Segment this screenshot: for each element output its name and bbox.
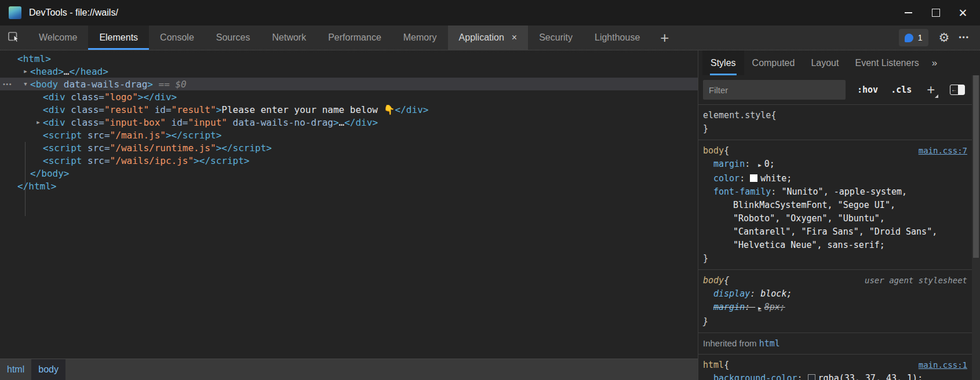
more-options-icon[interactable]: •••	[959, 34, 970, 42]
rule-selector[interactable]: html	[703, 359, 724, 372]
close-button[interactable]: ✕	[949, 0, 977, 25]
rule-selector[interactable]: body	[703, 274, 724, 287]
dom-tree-row[interactable]: •••▼<body data-wails-drag> == $0	[0, 78, 698, 90]
tab-application[interactable]: Application×	[448, 25, 529, 50]
rule-selector[interactable]: body	[703, 144, 724, 158]
rule-selector-line[interactable]: body {user agent stylesheet	[703, 274, 967, 287]
rule-selector[interactable]: element.style	[703, 109, 771, 122]
tab-lighthouse[interactable]: Lighthouse	[584, 25, 651, 50]
class-toggle[interactable]: .cls	[891, 85, 912, 95]
dom-tree-row[interactable]: <div class="result" id="result">Please e…	[0, 103, 698, 116]
inspect-cursor-icon	[6, 29, 21, 46]
property-value: 0;	[764, 159, 775, 169]
code-token: <script	[43, 142, 82, 154]
css-property-background-color[interactable]: background-color: rgba(33, 37, 43, 1);	[703, 372, 967, 380]
inherited-from-row: Inherited from html	[698, 333, 972, 355]
dom-tree-row[interactable]: ▶<div class="input-box" id="input" data-…	[0, 116, 698, 129]
expand-value-icon[interactable]: ▶	[758, 162, 761, 168]
expand-value-icon[interactable]: ▶	[758, 305, 761, 311]
arrow-left-icon: ←	[951, 87, 957, 93]
inspect-element-button[interactable]	[0, 25, 28, 50]
tab-sources[interactable]: Sources	[205, 25, 261, 50]
dom-tree-row[interactable]: </html>	[0, 180, 698, 192]
code-token: Please enter your name below 👇	[221, 104, 395, 115]
dom-tree: <html>▶<head>…</head>•••▼<body data-wail…	[0, 52, 698, 192]
elements-panel: <html>▶<head>…</head>•••▼<body data-wail…	[0, 50, 698, 380]
tab-security[interactable]: Security	[528, 25, 584, 50]
minimize-button[interactable]	[895, 0, 922, 25]
rule-selector-line[interactable]: html {main.css:1	[703, 359, 967, 372]
inherited-target-link[interactable]: html	[759, 338, 780, 349]
css-property-margin[interactable]: margin: ▶0;	[703, 158, 967, 172]
breadcrumb-item-html[interactable]: html	[0, 359, 31, 380]
tab-label: Security	[539, 32, 573, 43]
more-tabs-icon[interactable]: »	[927, 50, 942, 75]
new-style-rule-button[interactable]: +	[927, 83, 935, 97]
close-tab-icon[interactable]: ×	[512, 32, 517, 43]
breadcrumb-item-body[interactable]: body	[31, 359, 65, 380]
expander-open-icon[interactable]: ▼	[21, 81, 30, 87]
row-menu-dots-icon[interactable]: •••	[3, 78, 12, 90]
open-brace: {	[724, 144, 729, 158]
activity-badge[interactable]: 1	[899, 29, 928, 46]
styles-scrollbar-thumb[interactable]	[973, 75, 979, 258]
code-token: id=	[166, 117, 188, 128]
toggle-sidebar-icon[interactable]: ←	[950, 85, 965, 95]
expander-closed-icon[interactable]: ▶	[21, 68, 30, 74]
dom-tree-row[interactable]: <div class="logo"></div>	[0, 90, 698, 103]
tab-event-listeners[interactable]: Event Listeners	[847, 50, 927, 75]
code-token: src=	[82, 155, 110, 166]
tab-elements[interactable]: Elements	[88, 25, 149, 50]
property-name: font-family	[713, 187, 771, 197]
rule-selector-line[interactable]: body {main.css:7	[703, 144, 967, 158]
code-token: >	[216, 142, 222, 154]
code-token: class=	[65, 104, 104, 115]
tab-welcome[interactable]: Welcome	[28, 25, 88, 50]
styles-rules-list: element.style {}body {main.css:7margin: …	[698, 105, 972, 380]
dom-tree-row[interactable]: ▶<head>…</head>	[0, 65, 698, 78]
rule-selector-line[interactable]: element.style {	[703, 109, 967, 122]
code-token: </div>	[344, 117, 378, 128]
property-name: margin	[713, 159, 745, 169]
maximize-button[interactable]	[922, 0, 949, 25]
stylesheet-link[interactable]: main.css:7	[919, 144, 967, 158]
tab-computed[interactable]: Computed	[744, 50, 803, 75]
code-token: "result"	[104, 104, 149, 115]
add-tab-button[interactable]: +	[651, 25, 678, 50]
color-swatch[interactable]	[808, 374, 815, 380]
css-property-font-family[interactable]: font-family: "Nunito", -apple-system,	[703, 185, 967, 199]
window-title: DevTools - file://wails/	[29, 8, 118, 18]
code-token: "result"	[172, 104, 216, 115]
property-value: white;	[760, 173, 792, 184]
tab-layout[interactable]: Layout	[803, 50, 847, 75]
color-swatch[interactable]	[750, 174, 757, 182]
sidebar-tabs-inner: StylesComputedLayoutEvent Listeners	[702, 50, 927, 75]
property-value: 8px;	[764, 302, 785, 312]
css-property-display[interactable]: display: block;	[703, 287, 967, 301]
stylesheet-link[interactable]: main.css:1	[919, 359, 967, 372]
tab-performance[interactable]: Performance	[317, 25, 392, 50]
dom-tree-row[interactable]: </body>	[0, 167, 698, 180]
dom-tree-row[interactable]: <script src="/wails/ipc.js"></script>	[0, 154, 698, 167]
property-value-wrap: "Roboto", "Oxygen", "Ubuntu",	[703, 212, 967, 225]
tab-console[interactable]: Console	[149, 25, 205, 50]
dom-tree-row[interactable]: <html>	[0, 52, 698, 65]
sidebar-tabs: StylesComputedLayoutEvent Listeners »	[698, 50, 980, 75]
expander-closed-icon[interactable]: ▶	[34, 119, 43, 125]
css-property-margin[interactable]: margin: ▶8px;	[703, 301, 967, 315]
code-token: </script>	[172, 130, 222, 141]
pseudo-state-toggle[interactable]: :hov	[857, 85, 878, 95]
dom-tree-row[interactable]: <script src="/main.js"></script>	[0, 129, 698, 141]
inherited-label: Inherited from	[703, 338, 759, 348]
property-value: rgba(33, 37, 43, 1);	[818, 373, 923, 380]
settings-gear-icon[interactable]: ⚙	[939, 31, 950, 45]
tab-network[interactable]: Network	[261, 25, 318, 50]
tab-styles[interactable]: Styles	[702, 50, 744, 75]
styles-scrollbar[interactable]	[972, 75, 980, 380]
styles-filter-input[interactable]	[703, 80, 846, 100]
tab-memory[interactable]: Memory	[392, 25, 448, 50]
code-token: "logo"	[104, 92, 138, 103]
css-property-color[interactable]: color: white;	[703, 172, 967, 185]
dom-tree-row[interactable]: <script src="/wails/runtime.js"></script…	[0, 141, 698, 154]
property-value-wrap: "Helvetica Neue", sans-serif;	[703, 239, 967, 252]
